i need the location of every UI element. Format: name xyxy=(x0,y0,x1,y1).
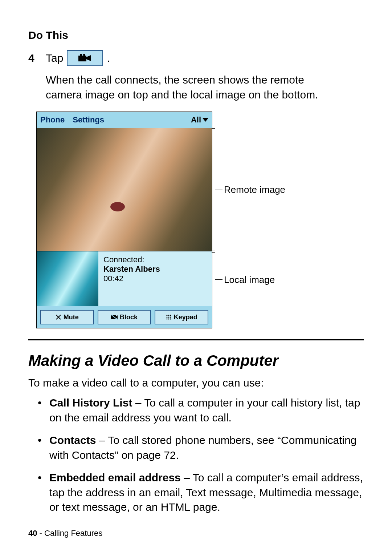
bullet-call-history: Call History List – To call a computer i… xyxy=(49,396,364,425)
bullet-label: Embedded email address xyxy=(49,472,181,484)
svg-point-7 xyxy=(166,315,167,316)
keypad-button[interactable]: Keypad xyxy=(155,310,208,324)
svg-rect-0 xyxy=(78,56,86,61)
bullet-label: Call History List xyxy=(49,397,132,409)
callout-remote: Remote image xyxy=(224,184,285,195)
mute-icon xyxy=(56,314,61,320)
svg-point-9 xyxy=(170,315,171,316)
video-camera-icon xyxy=(78,54,91,62)
phone-screenshot: Phone Settings All Connected: Karsten Al… xyxy=(36,112,212,328)
block-icon xyxy=(111,315,118,320)
section-intro: To make a video call to a computer, you … xyxy=(28,377,364,389)
caller-name: Karsten Albers xyxy=(103,264,207,274)
callout-local: Local image xyxy=(224,274,275,286)
keypad-label: Keypad xyxy=(174,314,197,321)
page-number: 40 xyxy=(28,529,37,538)
phone-menubar: Phone Settings All xyxy=(37,112,212,128)
block-label: Block xyxy=(120,314,138,321)
svg-point-14 xyxy=(168,318,169,319)
step-body-text: When the call connects, the screen shows… xyxy=(46,73,343,102)
period: . xyxy=(107,52,110,64)
lower-row: Connected: Karsten Albers 00:42 xyxy=(37,251,212,306)
page-footer: 40 - Calling Features xyxy=(28,529,102,538)
block-button[interactable]: Block xyxy=(98,310,151,324)
menubar-all-label: All xyxy=(191,115,201,125)
tap-label: Tap xyxy=(46,52,63,64)
screenshot-with-callouts: Phone Settings All Connected: Karsten Al… xyxy=(36,112,364,328)
mute-label: Mute xyxy=(64,314,79,321)
bullet-label: Contacts xyxy=(49,434,96,446)
footer-sep: - xyxy=(37,529,44,538)
svg-point-8 xyxy=(168,315,169,316)
svg-point-15 xyxy=(170,318,171,319)
remote-camera-image xyxy=(37,128,212,251)
video-call-icon-button[interactable] xyxy=(67,50,103,66)
keypad-icon xyxy=(166,314,172,320)
svg-point-13 xyxy=(166,318,167,319)
bullet-embedded-email: Embedded email address – To call a compu… xyxy=(49,470,364,515)
connected-label: Connected: xyxy=(103,255,207,264)
mute-button[interactable]: Mute xyxy=(40,310,94,324)
svg-marker-1 xyxy=(86,55,91,61)
local-camera-image xyxy=(37,251,98,306)
menubar-phone[interactable]: Phone xyxy=(40,115,65,125)
bullet-contacts: Contacts – To call stored phone numbers,… xyxy=(49,433,364,462)
call-duration: 00:42 xyxy=(103,274,207,283)
call-button-row: Mute Block Keypad xyxy=(37,306,212,328)
step-number: 4 xyxy=(28,52,46,64)
svg-point-10 xyxy=(166,316,167,318)
step-row: 4 Tap . xyxy=(28,50,364,66)
menubar-settings[interactable]: Settings xyxy=(73,115,104,125)
svg-point-12 xyxy=(170,316,171,318)
chapter-name: Calling Features xyxy=(44,529,102,538)
call-metadata: Connected: Karsten Albers 00:42 xyxy=(98,251,212,306)
menubar-all-dropdown[interactable]: All xyxy=(191,115,208,125)
section-divider xyxy=(28,339,364,340)
section-heading: Making a Video Call to a Computer xyxy=(28,352,364,369)
bullet-list: Call History List – To call a computer i… xyxy=(28,396,364,515)
chevron-down-icon xyxy=(203,118,208,122)
do-this-heading: Do This xyxy=(28,29,364,41)
svg-point-11 xyxy=(168,316,169,318)
